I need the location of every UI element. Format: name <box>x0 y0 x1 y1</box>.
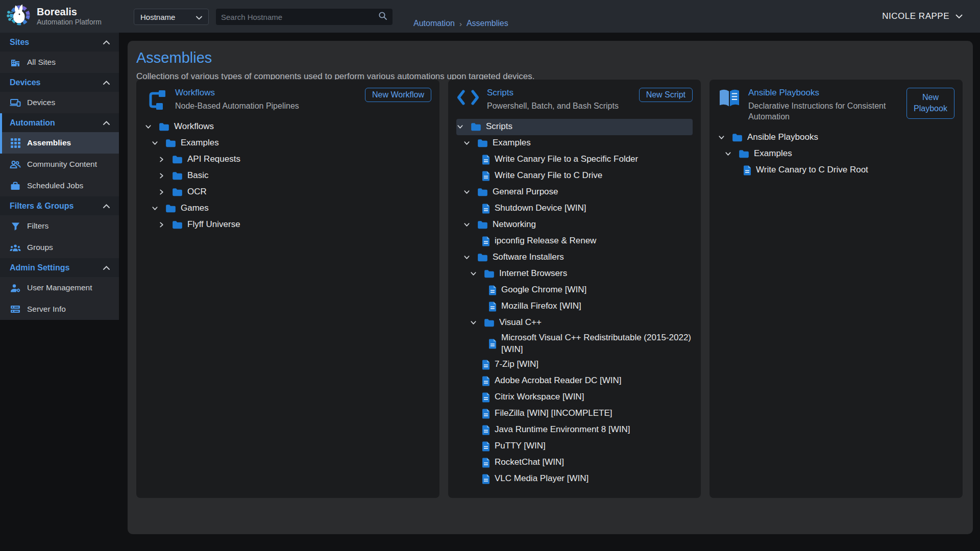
card-title-scripts: Scripts <box>487 88 632 98</box>
tree-item-java-runtime-environment-8-win[interactable]: Java Runtime Environment 8 [WIN] <box>456 422 693 438</box>
tree-item-ansible-playbooks[interactable]: Ansible Playbooks <box>718 130 954 146</box>
scripts-card: Scripts Powershell, Batch, and Bash Scri… <box>448 80 701 498</box>
tree-item-games[interactable]: Games <box>144 201 431 217</box>
tree-item-label: 7-Zip [WIN] <box>495 358 538 371</box>
folder-icon <box>477 220 488 229</box>
tree-item-label: Ansible Playbooks <box>747 131 818 144</box>
folder-icon <box>165 204 176 213</box>
server-icon <box>10 304 21 315</box>
tree-item-ipconfig-release-renew[interactable]: ipconfig Release & Renew <box>456 233 693 249</box>
card-subtitle-playbooks: Declarative Instructions for Consistent … <box>748 101 899 122</box>
scripts-tree: ScriptsExamplesWrite Canary File to a Sp… <box>456 119 693 487</box>
chevron-right-icon[interactable] <box>158 172 172 180</box>
card-subtitle-scripts: Powershell, Batch, and Bash Scripts <box>487 101 632 112</box>
tree-item-google-chrome-win[interactable]: Google Chrome [WIN] <box>456 282 693 298</box>
tree-item-internet-browsers[interactable]: Internet Browsers <box>456 266 693 282</box>
chevron-down-icon[interactable] <box>456 123 471 131</box>
chevron-right-icon[interactable] <box>158 156 172 163</box>
filter-icon <box>10 220 21 232</box>
sidebar-item-user-management[interactable]: User Management <box>0 277 119 298</box>
tree-item-write-canary-file-to-a-specific-folder[interactable]: Write Canary File to a Specific Folder <box>456 152 693 168</box>
workflows-tree: WorkflowsExamplesAPI RequestsBasicOCRGam… <box>144 119 431 233</box>
sidebar-section-label: Admin Settings <box>10 263 69 272</box>
tree-item-vlc-media-player-win[interactable]: VLC Media Player [WIN] <box>456 471 693 487</box>
file-icon <box>482 458 490 468</box>
tree-item-basic[interactable]: Basic <box>144 168 431 184</box>
tree-item-examples[interactable]: Examples <box>144 135 431 152</box>
book-icon <box>718 88 741 122</box>
chevron-down-icon[interactable] <box>470 319 484 327</box>
sidebar-section-devices[interactable]: Devices <box>0 73 119 92</box>
tree-item-general-purpose[interactable]: General Purpose <box>456 184 693 201</box>
tree-item-7-zip-win[interactable]: 7-Zip [WIN] <box>456 357 693 373</box>
sidebar-item-label: User Management <box>27 283 92 292</box>
hostname-select[interactable]: Hostname <box>134 9 209 25</box>
sidebar-item-all-sites[interactable]: All Sites <box>0 52 119 73</box>
tree-item-write-canary-file-to-c-drive[interactable]: Write Canary File to C Drive <box>456 168 693 184</box>
tree-item-examples[interactable]: Examples <box>456 135 693 152</box>
card-title-playbooks: Ansible Playbooks <box>748 88 899 98</box>
brand-tagline: Automation Platform <box>37 18 102 26</box>
sidebar-section-sites[interactable]: Sites <box>0 33 119 52</box>
sidebar-item-assemblies[interactable]: Assemblies <box>0 132 119 154</box>
folder-icon <box>484 318 495 327</box>
search-input[interactable] <box>221 13 378 21</box>
tree-item-software-installers[interactable]: Software Installers <box>456 249 693 266</box>
new-workflow-button[interactable]: New Workflow <box>365 88 431 102</box>
sidebar-item-groups[interactable]: Groups <box>0 237 119 258</box>
tree-item-api-requests[interactable]: API Requests <box>144 152 431 168</box>
chevron-up-icon[interactable] <box>103 118 110 128</box>
breadcrumb-automation[interactable]: Automation <box>413 19 455 28</box>
sidebar-item-devices[interactable]: Devices <box>0 92 119 113</box>
chevron-up-icon[interactable] <box>103 202 110 211</box>
chevron-down-icon[interactable] <box>724 150 739 158</box>
tree-item-putty-win[interactable]: PuTTY [WIN] <box>456 438 693 455</box>
sidebar-item-filters[interactable]: Filters <box>0 215 119 237</box>
tree-item-write-canary-to-c-drive-root[interactable]: Write Canary to C Drive Root <box>718 162 954 179</box>
chevron-down-icon[interactable] <box>151 205 165 212</box>
chevron-down-icon[interactable] <box>151 139 165 147</box>
tree-item-citrix-workspace-win[interactable]: Citrix Workspace [WIN] <box>456 389 693 406</box>
chevron-up-icon[interactable] <box>103 38 110 47</box>
tree-item-microsoft-visual-c-redistributable-2015-2022-win[interactable]: Microsoft Visual C++ Redistributable (20… <box>456 331 693 357</box>
sidebar-item-server-info[interactable]: Server Info <box>0 298 119 320</box>
breadcrumb-assemblies[interactable]: Assemblies <box>467 19 508 28</box>
sidebar-item-scheduled-jobs[interactable]: Scheduled Jobs <box>0 175 119 196</box>
sidebar-section-admin-settings[interactable]: Admin Settings <box>0 258 119 277</box>
chevron-right-icon[interactable] <box>158 188 172 196</box>
chevron-down-icon[interactable] <box>463 188 477 196</box>
devices-icon <box>10 97 21 108</box>
chevron-down-icon[interactable] <box>718 134 732 141</box>
tree-item-mozilla-firefox-win[interactable]: Mozilla Firefox [WIN] <box>456 298 693 315</box>
chevron-up-icon[interactable] <box>103 78 110 87</box>
chevron-down-icon[interactable] <box>144 123 159 131</box>
chevron-down-icon[interactable] <box>463 254 477 261</box>
tree-item-adobe-acrobat-reader-dc-win[interactable]: Adobe Acrobat Reader DC [WIN] <box>456 373 693 389</box>
tree-item-examples[interactable]: Examples <box>718 146 954 162</box>
chevron-down-icon[interactable] <box>463 139 477 147</box>
tree-item-label: General Purpose <box>493 185 558 199</box>
tree-item-scripts[interactable]: Scripts <box>456 119 693 135</box>
chevron-up-icon[interactable] <box>103 263 110 272</box>
tree-item-flyff-universe[interactable]: Flyff Universe <box>144 217 431 233</box>
search-icon[interactable] <box>378 11 387 22</box>
user-menu[interactable]: NICOLE RAPPE <box>882 11 963 21</box>
tree-item-shutdown-device-win[interactable]: Shutdown Device [WIN] <box>456 201 693 217</box>
tree-item-visual-c[interactable]: Visual C++ <box>456 315 693 331</box>
chevron-down-icon[interactable] <box>470 270 484 278</box>
tree-item-ocr[interactable]: OCR <box>144 184 431 201</box>
tree-item-networking[interactable]: Networking <box>456 217 693 233</box>
new-playbook-button[interactable]: New Playbook <box>906 88 954 119</box>
workflows-card: Workflows Node-Based Automation Pipeline… <box>136 80 439 498</box>
tree-item-filezilla-win-incomplete[interactable]: FileZilla [WIN] [INCOMPLETE] <box>456 406 693 422</box>
chevron-right-icon[interactable] <box>158 221 172 229</box>
groups-icon <box>10 242 21 253</box>
tree-item-workflows[interactable]: Workflows <box>144 119 431 135</box>
tree-item-label: Examples <box>754 147 792 161</box>
new-script-button[interactable]: New Script <box>639 88 693 102</box>
sidebar-section-filters-groups[interactable]: Filters & Groups <box>0 196 119 215</box>
tree-item-rocketchat-win[interactable]: RocketChat [WIN] <box>456 455 693 471</box>
sidebar-item-community-content[interactable]: Community Content <box>0 154 119 175</box>
sidebar-section-automation[interactable]: Automation <box>0 113 119 132</box>
chevron-down-icon[interactable] <box>463 221 477 229</box>
